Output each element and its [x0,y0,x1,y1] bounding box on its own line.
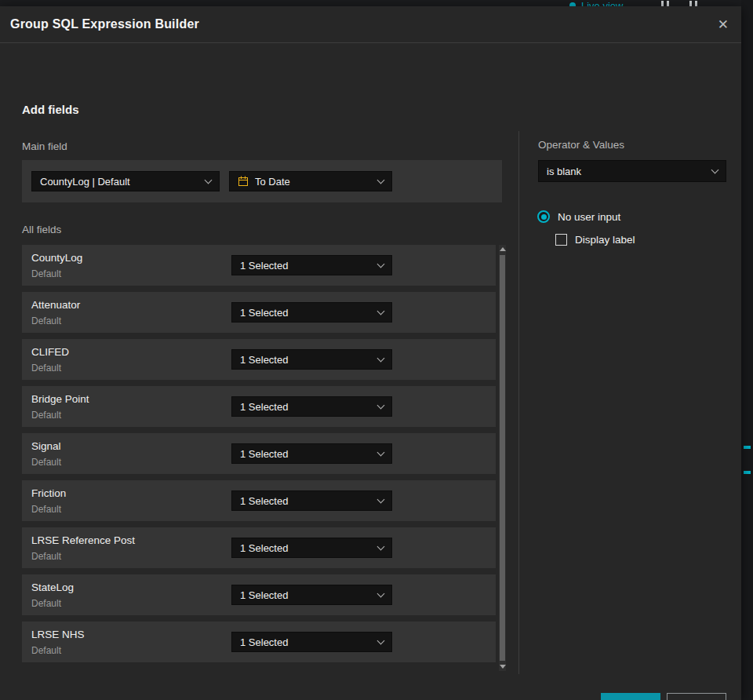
field-selected-dropdown[interactable]: 1 Selected [231,443,392,464]
background-toolbar: Live view [0,0,741,6]
scroll-up-icon[interactable] [500,247,506,251]
checkbox-unchecked-icon [555,234,567,246]
field-row: LRSE Reference Post Default 1 Selected [22,527,496,568]
field-selected-value: 1 Selected [240,542,288,554]
field-selected-value: 1 Selected [240,401,288,413]
calendar-icon [238,176,249,187]
group-sql-expression-builder-dialog: Group SQL Expression Builder ✕ Add field… [0,6,741,700]
operator-dropdown-value: is blank [547,166,581,177]
main-field-band: CountyLog | Default To Date [22,160,502,202]
chevron-down-icon [377,449,385,457]
field-selected-value: 1 Selected [240,589,288,601]
field-selected-dropdown[interactable]: 1 Selected [231,302,392,323]
field-selected-value: 1 Selected [240,307,288,319]
field-subtitle: Default [31,315,61,326]
field-name: Signal [31,440,61,452]
radio-selected-icon [537,210,550,223]
field-row: CountyLog Default 1 Selected [22,245,496,286]
chevron-down-icon [377,308,385,315]
scrollbar[interactable] [499,245,506,671]
field-selected-value: 1 Selected [240,354,288,366]
field-selected-dropdown[interactable]: 1 Selected [231,585,392,605]
field-row: StateLog Default 1 Selected [22,574,496,615]
live-view-label: Live view [581,0,623,6]
field-row: Signal Default 1 Selected [22,433,496,474]
live-view-toggle[interactable]: Live view [569,0,623,6]
chevron-down-icon [377,590,385,598]
toolbar-device-icon[interactable] [689,1,697,6]
field-selected-dropdown[interactable]: 1 Selected [231,396,392,417]
field-subtitle: Default [31,645,61,656]
chevron-down-icon [711,166,719,174]
ok-button[interactable]: OK [601,693,660,700]
field-subtitle: Default [31,268,61,279]
field-subtitle: Default [31,410,61,421]
field-subtitle: Default [31,457,61,468]
chevron-down-icon [377,355,385,363]
operator-values-label: Operator & Values [538,139,624,151]
no-user-input-label: No user input [558,211,620,223]
field-selected-value: 1 Selected [240,495,288,507]
chevron-down-icon [377,177,385,184]
chevron-down-icon [377,402,385,410]
field-name: CountyLog [31,252,82,264]
date-field-dropdown[interactable]: To Date [229,171,392,191]
field-name: Bridge Point [31,393,89,405]
field-row: Attenuator Default 1 Selected [22,292,496,333]
operator-dropdown[interactable]: is blank [538,160,726,182]
main-field-label: Main field [22,140,67,152]
field-subtitle: Default [31,504,61,515]
field-name: StateLog [31,582,74,593]
dialog-title: Group SQL Expression Builder [10,17,199,31]
field-selected-dropdown[interactable]: 1 Selected [231,538,392,558]
field-selected-dropdown[interactable]: 1 Selected [231,255,392,275]
field-selected-value: 1 Selected [240,260,288,272]
main-field-dropdown-value: CountyLog | Default [40,176,130,188]
edge-selection-mark [744,471,751,474]
scrollbar-thumb[interactable] [500,255,505,661]
field-selected-dropdown[interactable]: 1 Selected [231,632,392,652]
field-row: CLIFED Default 1 Selected [22,339,496,380]
field-name: CLIFED [31,346,69,358]
background-right-edge [741,0,753,700]
display-label-checkbox[interactable]: Display label [555,234,635,246]
field-subtitle: Default [31,551,61,562]
chevron-down-icon [377,261,385,268]
field-name: LRSE Reference Post [31,534,135,546]
main-field-dropdown[interactable]: CountyLog | Default [31,171,220,191]
no-user-input-radio[interactable]: No user input [537,210,620,223]
field-name: LRSE NHS [31,629,85,640]
cancel-button[interactable]: Cancel [667,693,726,700]
field-row: Bridge Point Default 1 Selected [22,386,496,427]
add-fields-heading: Add fields [22,103,79,116]
field-selected-dropdown[interactable]: 1 Selected [231,490,392,511]
field-row: LRSE NHS Default 1 Selected [22,622,496,662]
all-fields-list: CountyLog Default 1 Selected Attenuator … [22,245,496,669]
field-subtitle: Default [31,363,61,374]
display-label-text: Display label [575,234,635,246]
column-divider [518,131,519,674]
chevron-down-icon [377,637,385,645]
dialog-header: Group SQL Expression Builder ✕ [0,6,741,43]
toolbar-device-icon[interactable] [661,1,669,6]
field-name: Friction [31,487,66,499]
scroll-down-icon[interactable] [500,665,506,669]
all-fields-label: All fields [22,224,61,235]
close-icon[interactable]: ✕ [718,18,729,31]
field-selected-dropdown[interactable]: 1 Selected [231,349,392,370]
dialog-body: Add fields Main field CountyLog | Defaul… [0,43,741,700]
date-field-dropdown-value: To Date [255,176,290,188]
field-name: Attenuator [31,299,80,311]
field-subtitle: Default [31,598,61,609]
edge-selection-mark [744,446,751,449]
chevron-down-icon [377,496,385,504]
field-selected-value: 1 Selected [240,636,288,648]
field-row: Friction Default 1 Selected [22,480,496,521]
chevron-down-icon [377,543,385,551]
chevron-down-icon [205,177,213,184]
field-selected-value: 1 Selected [240,448,288,460]
